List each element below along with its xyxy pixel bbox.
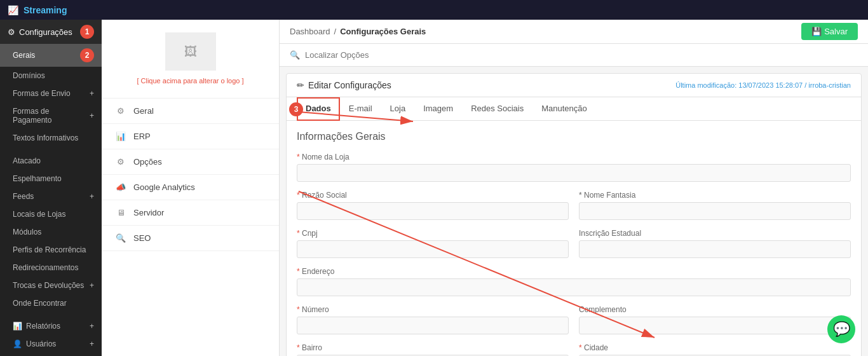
annotation-1: 1 bbox=[80, 25, 94, 39]
tab-imagem-label: Imagem bbox=[423, 104, 453, 113]
sidebar-formas-pagamento-label: Formas de Pagamento bbox=[13, 107, 90, 125]
settings-title-label: Editar Configurações bbox=[308, 80, 391, 90]
sidebar-dominios-label: Domínios bbox=[13, 71, 45, 80]
sidebar: ⚙ Configurações 1 Gerais 2 Domínios Form… bbox=[0, 20, 102, 356]
label-endereco: Endereço bbox=[297, 267, 851, 276]
sidebar-item-dominios[interactable]: Domínios bbox=[0, 67, 102, 85]
sidebar-item-perfis-recorrencia[interactable]: Perfis de Recorrência bbox=[0, 241, 102, 259]
form-group-razao-social: Razão Social bbox=[297, 191, 569, 220]
sidebar-item-gerais[interactable]: Gerais 2 bbox=[0, 44, 102, 67]
label-cidade: Cidade bbox=[579, 343, 851, 352]
sidebar-item-feeds[interactable]: Feeds + bbox=[0, 188, 102, 205]
tab-loja[interactable]: Loja bbox=[381, 97, 415, 121]
opcoes-icon: ⚙ bbox=[114, 157, 127, 167]
form-group-numero: Número bbox=[297, 305, 569, 334]
form-row-razao-social: Razão Social * Nome Fantasia bbox=[297, 191, 851, 220]
sub-menu-servidor[interactable]: 🖥 Servidor bbox=[102, 200, 279, 226]
tab-redes-sociais[interactable]: Redes Sociais bbox=[462, 97, 532, 121]
annotation-2: 2 bbox=[80, 48, 94, 62]
sidebar-item-modulos[interactable]: Módulos bbox=[0, 223, 102, 241]
form-group-inscricao-estadual: Inscrição Estadual bbox=[579, 229, 851, 258]
label-numero: Número bbox=[297, 305, 569, 314]
plus-icon-2: + bbox=[90, 111, 94, 120]
plus-icon-3: + bbox=[90, 192, 94, 201]
sidebar-item-locais-lojas[interactable]: Locais de Lojas bbox=[0, 205, 102, 223]
sidebar-item-formas-envio[interactable]: Formas de Envio + bbox=[0, 85, 102, 102]
tab-redes-label: Redes Sociais bbox=[471, 104, 524, 113]
tab-loja-label: Loja bbox=[390, 104, 406, 113]
breadcrumb: Dashboard / Configurações Gerais bbox=[290, 27, 426, 36]
sub-menu-seo[interactable]: 🔍 SEO bbox=[102, 226, 279, 251]
save-button[interactable]: 💾 Salvar bbox=[801, 23, 858, 40]
sidebar-item-espelhamento[interactable]: Espelhamento bbox=[0, 170, 102, 188]
sidebar-trocas-label: Trocas e Devoluções bbox=[13, 281, 84, 290]
search-input[interactable] bbox=[305, 50, 858, 60]
form-content: Informações Gerais Nome da Loja Razão S bbox=[287, 121, 861, 356]
sidebar-gerais-label: Gerais bbox=[13, 51, 35, 60]
form-row-numero: Número Complemento bbox=[297, 305, 851, 334]
sidebar-item-trocas-devolucoes[interactable]: Trocas e Devoluções + bbox=[0, 277, 102, 294]
input-endereco[interactable] bbox=[297, 278, 851, 296]
sidebar-item-textos-informativos[interactable]: Textos Informativos bbox=[0, 129, 102, 147]
sub-menu-opcoes[interactable]: ⚙ Opções bbox=[102, 149, 279, 175]
form-group-bairro: Bairro bbox=[297, 343, 569, 356]
form-group-cidade: Cidade bbox=[579, 343, 851, 356]
whatsapp-icon: 💬 bbox=[833, 321, 850, 338]
sidebar-feeds-label: Feeds bbox=[13, 192, 34, 201]
sidebar-item-onde-encontrar[interactable]: Onde Encontrar bbox=[0, 294, 102, 312]
settings-meta: Última modificação: 13/07/2023 15:28:07 … bbox=[675, 81, 851, 89]
tab-email-label: E-mail bbox=[349, 104, 372, 113]
sidebar-item-relatorios[interactable]: 📊 Relatórios + bbox=[0, 317, 102, 335]
tab-imagem[interactable]: Imagem bbox=[414, 97, 462, 121]
label-cnpj: Cnpj bbox=[297, 229, 569, 238]
sidebar-item-usuarios[interactable]: 👤 Usuários + bbox=[0, 335, 102, 353]
plus-icon: + bbox=[90, 89, 94, 98]
form-group-nome-fantasia: * Nome Fantasia bbox=[579, 191, 851, 220]
sidebar-item-redirecionamentos[interactable]: Redirecionamentos bbox=[0, 259, 102, 277]
form-row-endereco: Endereço bbox=[297, 267, 851, 296]
logo-area: 🖼 [ Clique acima para alterar o logo ] bbox=[102, 20, 279, 99]
sidebar-item-configuracoes[interactable]: ⚙ Configurações 1 bbox=[0, 20, 102, 44]
tab-dados[interactable]: Dados bbox=[297, 97, 340, 121]
topbar-icon: 📈 bbox=[8, 5, 18, 15]
label-nome-loja: Nome da Loja bbox=[297, 153, 851, 161]
sidebar-onde-label: Onde Encontrar bbox=[13, 299, 67, 308]
gear-icon-sub: ⚙ bbox=[114, 106, 127, 116]
input-complemento[interactable] bbox=[579, 317, 851, 334]
sub-menu-geral[interactable]: ⚙ Geral bbox=[102, 99, 279, 124]
tab-email[interactable]: E-mail bbox=[340, 97, 381, 121]
sidebar-atacado-label: Atacado bbox=[13, 156, 41, 165]
settings-header: ✏ Editar Configurações Última modificaçã… bbox=[287, 74, 861, 97]
pencil-icon: ✏ bbox=[297, 80, 304, 90]
input-inscricao-estadual[interactable] bbox=[579, 240, 851, 258]
input-razao-social[interactable] bbox=[297, 202, 569, 220]
form-group-endereco: Endereço bbox=[297, 267, 851, 296]
server-icon: 🖥 bbox=[114, 208, 127, 217]
tab-manutencao-label: Manutenção bbox=[541, 104, 587, 113]
breadcrumb-parent[interactable]: Dashboard bbox=[290, 27, 330, 36]
label-inscricao-estadual: Inscrição Estadual bbox=[579, 229, 851, 238]
sidebar-redirecionamentos-label: Redirecionamentos bbox=[13, 263, 78, 272]
whatsapp-float-button[interactable]: 💬 bbox=[827, 315, 855, 343]
input-nome-loja[interactable] bbox=[297, 164, 851, 182]
sub-menu-servidor-label: Servidor bbox=[133, 208, 164, 217]
tab-manutencao[interactable]: Manutenção bbox=[532, 97, 596, 121]
erp-icon: 📊 bbox=[114, 132, 127, 141]
logo-placeholder: 🖼 bbox=[165, 32, 216, 71]
save-label: Salvar bbox=[824, 27, 848, 36]
sidebar-item-atacado[interactable]: Atacado bbox=[0, 152, 102, 170]
input-nome-fantasia[interactable] bbox=[579, 202, 851, 220]
form-group-complemento: Complemento bbox=[579, 305, 851, 334]
sub-menu-google-analytics[interactable]: 📣 Google Analytics bbox=[102, 175, 279, 200]
main-panel: 🔍 ✏ Editar Configurações Última modifica… bbox=[280, 44, 868, 356]
plus-icon-6: + bbox=[90, 339, 94, 348]
logo-change-link[interactable]: [ Clique acima para alterar o logo ] bbox=[137, 77, 243, 85]
sub-menu-opcoes-label: Opções bbox=[133, 157, 162, 167]
user-icon: 👤 bbox=[13, 339, 22, 348]
input-numero[interactable] bbox=[297, 317, 569, 334]
input-cnpj[interactable] bbox=[297, 240, 569, 258]
tabs-bar: Dados E-mail Loja Imagem Redes Sociais bbox=[287, 97, 861, 121]
sub-menu-erp[interactable]: 📊 ERP bbox=[102, 124, 279, 149]
sidebar-item-formas-pagamento[interactable]: Formas de Pagamento + bbox=[0, 102, 102, 129]
label-razao-social: Razão Social bbox=[297, 191, 569, 200]
